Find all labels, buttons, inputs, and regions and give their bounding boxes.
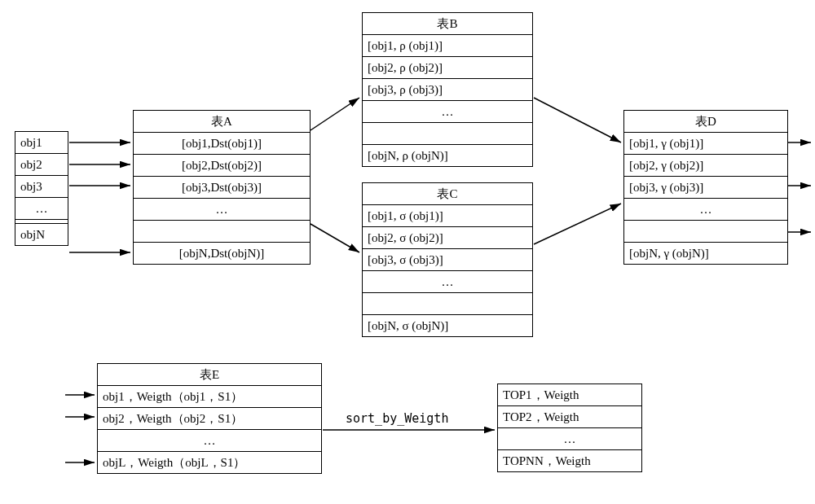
top-row: TOP1，Weigth — [498, 384, 641, 405]
svg-line-5 — [311, 224, 359, 252]
table-b-row: [obj1, ρ (obj1)] — [363, 35, 532, 56]
table-a-title: 表A — [134, 111, 310, 133]
table-d-row: [obj2, γ (obj2)] — [624, 154, 787, 176]
table-b-row: [obj3, ρ (obj3)] — [363, 78, 532, 100]
table-b-row — [363, 122, 532, 144]
table-c-row: [objN, σ (objN)] — [363, 314, 532, 336]
table-a-row: … — [134, 198, 310, 220]
table-e-row: obj1，Weigth（obj1，S1） — [98, 386, 321, 407]
table-c-title: 表C — [363, 183, 532, 205]
input-row: obj3 — [15, 175, 68, 197]
table-d-row: … — [624, 198, 787, 220]
table-e: 表E obj1，Weigth（obj1，S1） obj2，Weigth（obj2… — [97, 363, 322, 474]
input-row: obj1 — [15, 132, 68, 153]
table-a-row: [obj2,Dst(obj2)] — [134, 154, 310, 176]
table-e-row: … — [98, 429, 321, 451]
table-e-row: objL，Weigth（objL，S1） — [98, 451, 321, 473]
table-a-row: [obj1,Dst(obj1)] — [134, 133, 310, 154]
input-row: objN — [15, 223, 68, 245]
table-c-row — [363, 292, 532, 314]
table-b-row: [obj2, ρ (obj2)] — [363, 56, 532, 78]
table-c-row: [obj1, σ (obj1)] — [363, 205, 532, 226]
table-b-row: [objN, ρ (objN)] — [363, 144, 532, 166]
table-d-row: [obj1, γ (obj1)] — [624, 133, 787, 154]
top-table: TOP1，Weigth TOP2，Weigth … TOPNN，Weigth — [497, 383, 642, 472]
table-d: 表D [obj1, γ (obj1)] [obj2, γ (obj2)] [ob… — [623, 110, 788, 265]
table-a-row: [obj3,Dst(obj3)] — [134, 176, 310, 198]
input-row: obj2 — [15, 153, 68, 175]
table-b: 表B [obj1, ρ (obj1)] [obj2, ρ (obj2)] [ob… — [362, 12, 533, 167]
table-c-row: [obj3, σ (obj3)] — [363, 248, 532, 270]
table-d-row: [objN, γ (objN)] — [624, 242, 787, 264]
table-c-row: … — [363, 270, 532, 292]
table-a-row — [134, 220, 310, 242]
svg-line-4 — [311, 98, 359, 130]
input-row: … — [15, 197, 68, 219]
table-b-title: 表B — [363, 13, 532, 35]
table-b-row: … — [363, 100, 532, 122]
svg-line-7 — [534, 204, 621, 244]
table-c: 表C [obj1, σ (obj1)] [obj2, σ (obj2)] [ob… — [362, 182, 533, 337]
svg-line-6 — [534, 98, 621, 142]
table-e-title: 表E — [98, 364, 321, 386]
top-row: TOPNN，Weigth — [498, 449, 641, 471]
top-row: … — [498, 427, 641, 449]
table-d-title: 表D — [624, 111, 787, 133]
sort-label: sort_by_Weigth — [346, 411, 448, 426]
input-table: obj1 obj2 obj3 … objN — [15, 131, 68, 246]
table-c-row: [obj2, σ (obj2)] — [363, 226, 532, 248]
top-row: TOP2，Weigth — [498, 405, 641, 427]
table-a-row: [objN,Dst(objN)] — [134, 242, 310, 264]
table-a: 表A [obj1,Dst(obj1)] [obj2,Dst(obj2)] [ob… — [133, 110, 311, 265]
table-d-row: [obj3, γ (obj3)] — [624, 176, 787, 198]
table-d-row — [624, 220, 787, 242]
table-e-row: obj2，Weigth（obj2，S1） — [98, 407, 321, 429]
